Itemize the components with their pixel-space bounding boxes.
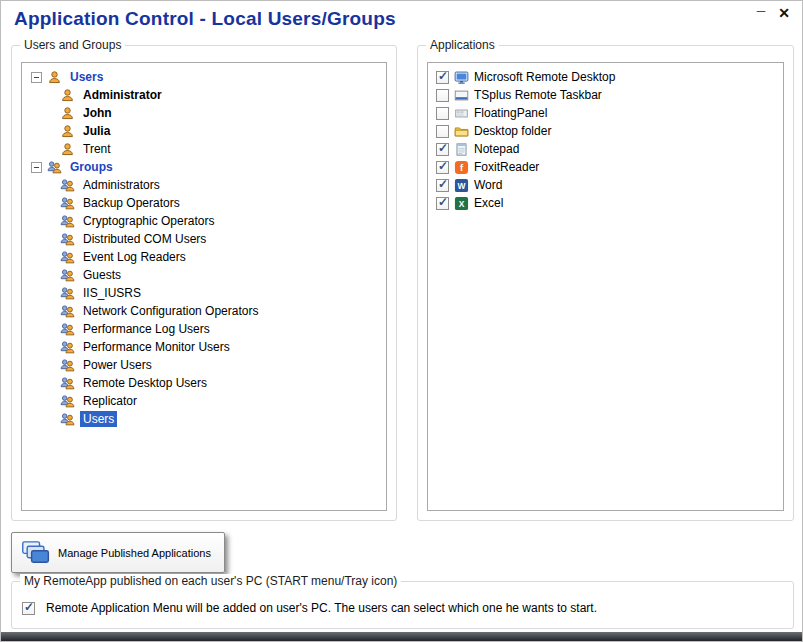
- user-icon: [60, 88, 75, 103]
- user-icon: [60, 124, 75, 139]
- users-groups-label: Users and Groups: [20, 38, 125, 52]
- published-apps-stack-icon: [21, 540, 51, 565]
- manage-button-label: Manage Published Applications: [58, 547, 211, 559]
- excel-icon: [454, 196, 469, 211]
- close-icon[interactable]: ✕: [778, 6, 790, 20]
- tree-node-label: John: [80, 105, 115, 121]
- tree-node-julia[interactable]: Julia: [22, 122, 386, 140]
- tree-node-label: Distributed COM Users: [80, 231, 209, 247]
- applications-label: Applications: [426, 38, 499, 52]
- tree-node-label: Groups: [67, 159, 116, 175]
- tree-node-label: Administrators: [80, 177, 163, 193]
- application-checkbox[interactable]: [436, 179, 449, 192]
- tree-node-label: Replicator: [80, 393, 140, 409]
- tree-node-remote-desktop-users[interactable]: Remote Desktop Users: [22, 374, 386, 392]
- tree-node-administrator[interactable]: Administrator: [22, 86, 386, 104]
- group-icon: [60, 214, 75, 229]
- group-icon: [60, 394, 75, 409]
- tree-node-label: Performance Monitor Users: [80, 339, 233, 355]
- tree-node-distributed-com-users[interactable]: Distributed COM Users: [22, 230, 386, 248]
- tree-node-event-log-readers[interactable]: Event Log Readers: [22, 248, 386, 266]
- tree-node-backup-operators[interactable]: Backup Operators: [22, 194, 386, 212]
- window-controls: ─ ✕: [757, 6, 790, 20]
- notepad-icon: [454, 142, 469, 157]
- group-icon: [60, 412, 75, 427]
- application-checkbox[interactable]: [436, 197, 449, 210]
- group-icon: [60, 304, 75, 319]
- tree-node-iis-iusrs[interactable]: IIS_IUSRS: [22, 284, 386, 302]
- tree-node-label: Julia: [80, 123, 113, 139]
- remote-desktop-icon: [454, 70, 469, 85]
- tree-node-label: Users: [80, 411, 117, 427]
- tree-node-label: Power Users: [80, 357, 155, 373]
- application-item-word[interactable]: Word: [428, 176, 783, 194]
- application-item-notepad[interactable]: Notepad: [428, 140, 783, 158]
- application-label: Excel: [474, 196, 503, 210]
- applications-list[interactable]: Microsoft Remote DesktopTSplus Remote Ta…: [427, 62, 784, 511]
- tree-node-performance-log-users[interactable]: Performance Log Users: [22, 320, 386, 338]
- application-checkbox[interactable]: [436, 161, 449, 174]
- tree-node-label: Cryptographic Operators: [80, 213, 217, 229]
- tree-node-label: Performance Log Users: [80, 321, 213, 337]
- application-label: Desktop folder: [474, 124, 551, 138]
- application-label: FloatingPanel: [474, 106, 547, 120]
- group-icon: [60, 232, 75, 247]
- collapse-toggle-icon[interactable]: [31, 72, 42, 83]
- remote-application-menu-text: Remote Application Menu will be added on…: [46, 601, 597, 615]
- group-icon: [60, 358, 75, 373]
- group-icon: [60, 196, 75, 211]
- foxit-icon: [454, 160, 469, 175]
- tree-node-label: Backup Operators: [80, 195, 183, 211]
- tree-node-label: Guests: [80, 267, 124, 283]
- application-label: Word: [474, 178, 502, 192]
- application-checkbox[interactable]: [436, 125, 449, 138]
- tree-node-cryptographic-operators[interactable]: Cryptographic Operators: [22, 212, 386, 230]
- tree-node-trent[interactable]: Trent: [22, 140, 386, 158]
- applications-groupbox: Applications Microsoft Remote DesktopTSp…: [417, 45, 794, 521]
- tree-node-users[interactable]: Users: [22, 68, 386, 86]
- tree-node-label: Trent: [80, 141, 114, 157]
- user-icon: [60, 142, 75, 157]
- tree-node-replicator[interactable]: Replicator: [22, 392, 386, 410]
- tree-node-john[interactable]: John: [22, 104, 386, 122]
- tree-node-label: IIS_IUSRS: [80, 285, 144, 301]
- collapse-toggle-icon[interactable]: [31, 162, 42, 173]
- application-item-floatingpanel[interactable]: FloatingPanel: [428, 104, 783, 122]
- tree-node-power-users[interactable]: Power Users: [22, 356, 386, 374]
- application-checkbox[interactable]: [436, 71, 449, 84]
- application-checkbox[interactable]: [436, 89, 449, 102]
- tree-node-label: Event Log Readers: [80, 249, 189, 265]
- taskbar-icon: [454, 88, 469, 103]
- remote-application-menu-checkbox[interactable]: [22, 602, 35, 615]
- tree-node-users[interactable]: Users: [22, 410, 386, 428]
- application-checkbox[interactable]: [436, 143, 449, 156]
- application-item-desktop-folder[interactable]: Desktop folder: [428, 122, 783, 140]
- group-icon: [60, 178, 75, 193]
- application-item-microsoft-remote-desktop[interactable]: Microsoft Remote Desktop: [428, 68, 783, 86]
- minimize-icon[interactable]: ─: [757, 6, 766, 16]
- folder-icon: [454, 124, 469, 139]
- tree-node-label: Network Configuration Operators: [80, 303, 261, 319]
- users-groups-groupbox: Users and Groups UsersAdministratorJohnJ…: [11, 45, 397, 521]
- tree-node-network-configuration-operators[interactable]: Network Configuration Operators: [22, 302, 386, 320]
- floating-panel-icon: [454, 106, 469, 121]
- application-item-excel[interactable]: Excel: [428, 194, 783, 212]
- tree-node-performance-monitor-users[interactable]: Performance Monitor Users: [22, 338, 386, 356]
- group-icon: [60, 268, 75, 283]
- remoteapp-label: My RemoteApp published on each user's PC…: [20, 574, 401, 588]
- tree-node-guests[interactable]: Guests: [22, 266, 386, 284]
- group-icon: [60, 322, 75, 337]
- group-icon: [60, 286, 75, 301]
- group-icon: [60, 376, 75, 391]
- tree-node-administrators[interactable]: Administrators: [22, 176, 386, 194]
- application-checkbox[interactable]: [436, 107, 449, 120]
- application-item-foxitreader[interactable]: FoxitReader: [428, 158, 783, 176]
- application-item-tsplus-remote-taskbar[interactable]: TSplus Remote Taskbar: [428, 86, 783, 104]
- users-groups-tree[interactable]: UsersAdministratorJohnJuliaTrentGroupsAd…: [21, 62, 387, 511]
- manage-published-applications-button[interactable]: Manage Published Applications: [11, 532, 225, 573]
- application-control-window: Application Control - Local Users/Groups…: [0, 0, 803, 642]
- application-label: Microsoft Remote Desktop: [474, 70, 615, 84]
- tree-node-groups[interactable]: Groups: [22, 158, 386, 176]
- application-label: Notepad: [474, 142, 519, 156]
- group-icon: [60, 250, 75, 265]
